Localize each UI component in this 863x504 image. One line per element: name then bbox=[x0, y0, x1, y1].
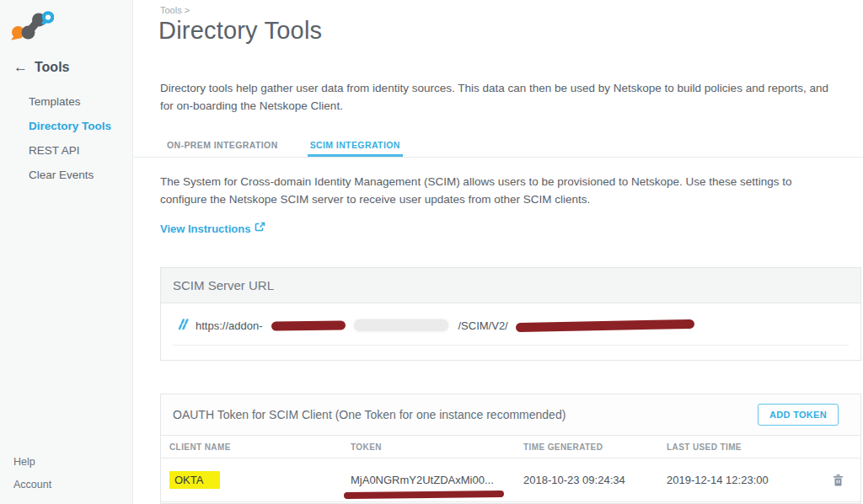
view-instructions-link[interactable]: View Instructions bbox=[160, 222, 265, 235]
tab-bar: ON-PREM INTEGRATION SCIM INTEGRATION bbox=[134, 134, 863, 158]
scim-server-url-panel: SCIM Server URL https://addon-/SCIM/V2/ bbox=[160, 267, 861, 361]
sidebar-item-clear-events[interactable]: Clear Events bbox=[29, 169, 111, 181]
scim-server-url-panel-title: SCIM Server URL bbox=[161, 268, 860, 303]
external-link-icon bbox=[255, 222, 265, 235]
directory-tools-page: ← Tools Templates Directory Tools REST A… bbox=[0, 0, 863, 504]
sidebar-item-directory-tools[interactable]: Directory Tools bbox=[29, 120, 111, 132]
sidebar-item-templates[interactable]: Templates bbox=[29, 95, 111, 108]
time-generated-cell: 2018-10-23 09:24:34 bbox=[523, 474, 667, 486]
add-token-button[interactable]: ADD TOKEN bbox=[758, 404, 839, 426]
blurred-segment bbox=[354, 319, 448, 331]
tab-on-prem-integration[interactable]: ON-PREM INTEGRATION bbox=[164, 135, 281, 157]
sidebar-item-account[interactable]: Account bbox=[13, 479, 51, 491]
client-name-cell: OKTA bbox=[169, 471, 351, 489]
sidebar: ← Tools Templates Directory Tools REST A… bbox=[0, 0, 133, 504]
token-table-header: CLIENT NAME TOKEN TIME GENERATED LAST US… bbox=[161, 435, 860, 458]
sidebar-section-title: Tools bbox=[35, 60, 69, 75]
sidebar-back-tools[interactable]: ← Tools bbox=[13, 59, 69, 76]
table-row: OKTA MjA0NGRmY2UtZDAxMi00... 2018-10-23 … bbox=[161, 458, 860, 502]
page-title: Directory Tools bbox=[158, 17, 322, 45]
sidebar-footer: Help Account bbox=[13, 456, 51, 501]
netskope-logo bbox=[10, 8, 54, 45]
trash-icon bbox=[833, 474, 844, 486]
delete-token-button[interactable] bbox=[831, 472, 860, 488]
last-used-time-cell: 2019-12-14 12:23:00 bbox=[667, 474, 831, 486]
view-instructions-label: View Instructions bbox=[160, 223, 250, 235]
page-description: Directory tools help gather user data fr… bbox=[160, 79, 839, 115]
sidebar-item-help[interactable]: Help bbox=[13, 456, 51, 468]
sidebar-item-rest-api[interactable]: REST API bbox=[29, 144, 111, 157]
back-arrow-icon: ← bbox=[13, 59, 28, 76]
col-token: TOKEN bbox=[351, 442, 523, 452]
redaction-underline-mark bbox=[344, 491, 504, 499]
oauth-token-panel: OAUTH Token for SCIM Client (One Token f… bbox=[160, 394, 861, 504]
scim-url-prefix: https://addon- bbox=[196, 319, 263, 332]
redaction-mark bbox=[271, 320, 345, 330]
scim-url-path: /SCIM/V2/ bbox=[458, 319, 508, 332]
oauth-token-panel-title: OAUTH Token for SCIM Client (One Token f… bbox=[173, 408, 566, 421]
tab-scim-integration[interactable]: SCIM INTEGRATION bbox=[308, 135, 403, 157]
sidebar-nav: Templates Directory Tools REST API Clear… bbox=[29, 95, 111, 193]
col-time-generated: TIME GENERATED bbox=[523, 442, 667, 452]
scim-description: The System for Cross-domain Identity Man… bbox=[160, 173, 839, 208]
oauth-token-panel-header: OAUTH Token for SCIM Client (One Token f… bbox=[161, 394, 860, 435]
scim-server-url-row: https://addon-/SCIM/V2/ bbox=[173, 303, 849, 346]
col-last-used-time: LAST USED TIME bbox=[667, 442, 831, 452]
token-cell: MjA0NGRmY2UtZDAxMi00... bbox=[351, 474, 523, 486]
token-value: MjA0NGRmY2UtZDAxMi00... bbox=[351, 474, 494, 486]
link-icon bbox=[175, 318, 189, 333]
breadcrumb[interactable]: Tools > bbox=[160, 5, 190, 15]
highlight-mark: OKTA bbox=[169, 471, 220, 489]
redaction-mark bbox=[516, 319, 694, 331]
col-client-name: CLIENT NAME bbox=[169, 442, 351, 452]
